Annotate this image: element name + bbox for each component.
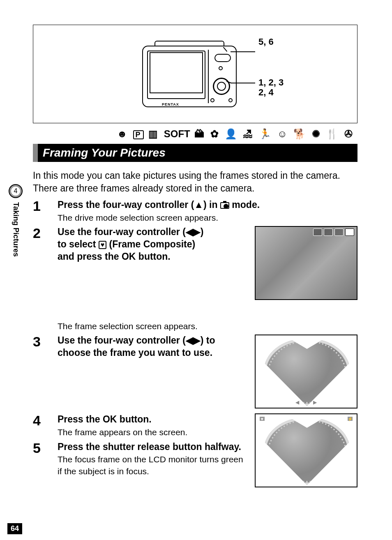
drivemode-timer-icon <box>324 228 333 236</box>
section-title: Framing Your Pictures <box>33 144 357 162</box>
step-3: 3 Use the four-way controller (◀▶) to ch… <box>33 335 357 411</box>
step-1-sub: The drive mode selection screen appears. <box>58 212 357 224</box>
callout-5-6: 5, 6 <box>258 37 274 47</box>
frame-select-screenshot <box>255 335 357 408</box>
step-2-number: 2 <box>33 226 58 332</box>
ok-label: OK <box>122 251 136 262</box>
nav-left-indicator-icon <box>260 398 266 404</box>
mode-record-icon: ✇ <box>344 128 354 139</box>
camera-illustration: PENTAX <box>142 37 237 107</box>
status-frame-icon: ♥ <box>259 416 265 422</box>
chapter-label: Taking Pictures <box>12 201 20 257</box>
step-3-number: 3 <box>33 335 58 411</box>
step-1: 1 Press the four-way controller (▲) in m… <box>33 199 357 224</box>
step-3-head: Use the four-way controller (◀▶) to choo… <box>58 335 250 359</box>
mode-green-icon: ☻ <box>117 128 129 139</box>
mode-flower-icon: ✿ <box>210 128 220 139</box>
nav-center-indicator-icon <box>300 399 312 407</box>
step-2-sub: The frame selection screen appears. <box>58 321 250 332</box>
step-1-number: 1 <box>33 199 58 224</box>
intro-text: In this mode you can take pictures using… <box>33 169 357 195</box>
camera-brand-label: PENTAX <box>162 102 179 106</box>
mode-icon-row: ☻ P ▥ SOFT 🏔 ✿ 👤 🏖 🏃 ☺ 🐕 ✺ 🍴 ✇ <box>33 127 357 141</box>
camera-mode-icon <box>220 202 229 209</box>
camera-diagram: PENTAX 5, 6 1, 2, 3 2, 4 <box>33 25 357 123</box>
status-flash-icon: ⚡ <box>347 416 353 422</box>
callout-1-2-3-4: 1, 2, 3 2, 4 <box>258 78 284 97</box>
page-number: 64 <box>7 523 22 534</box>
mode-night-icon: ▥ <box>148 128 159 139</box>
step-2: 2 Use the four-way controller (◀▶) to se… <box>33 226 357 332</box>
drivemode-frame-icon <box>345 228 354 236</box>
step-5-number: 5 <box>33 441 58 478</box>
drivemode-continuous-icon <box>334 228 344 236</box>
frame-applied-screenshot: ♥ ⚡ <box>255 413 357 487</box>
chapter-number: 4 <box>11 187 20 196</box>
chapter-number-badge: 4 <box>9 184 23 198</box>
mode-mountain-icon: 🏔 <box>194 128 206 139</box>
mode-soft-label: SOFT <box>164 128 190 139</box>
status-card-icon <box>347 423 354 429</box>
ok-label-2: OK <box>103 414 117 425</box>
mode-kids-icon: ☺ <box>277 128 289 139</box>
mode-food-icon: 🍴 <box>326 128 340 139</box>
step-4: 4 Press the OK button. The frame appears… <box>33 413 357 490</box>
step-5-head: Press the shutter release button halfway… <box>58 441 250 453</box>
step-2-head: Use the four-way controller (◀▶) to sele… <box>58 226 250 263</box>
mode-fireworks-icon: ✺ <box>312 128 322 139</box>
drivemode-standard-icon <box>313 228 322 236</box>
step-4-head: Press the OK button. <box>58 413 250 426</box>
page-content: PENTAX 5, 6 1, 2, 3 2, 4 ☻ P ▥ SOFT 🏔 ✿ … <box>33 25 357 490</box>
mode-p-icon: P <box>133 130 144 139</box>
nav-right-indicator-icon <box>344 399 352 404</box>
step-1-head: Press the four-way controller (▲) in mod… <box>58 199 357 211</box>
steps-list: 1 Press the four-way controller (▲) in m… <box>33 199 357 490</box>
drive-mode-screenshot <box>255 226 357 300</box>
mode-sport-icon: 🏃 <box>259 128 273 139</box>
frame-composite-icon: ♥ <box>99 241 107 249</box>
mode-pet-icon: 🐕 <box>293 128 307 139</box>
callout-line2: 2, 4 <box>258 87 274 97</box>
step-4-sub: The frame appears on the screen. <box>58 427 250 438</box>
callout-line1: 1, 2, 3 <box>258 77 284 88</box>
mode-beach-icon: 🏖 <box>243 128 254 139</box>
step-5: 5 Press the shutter release button halfw… <box>33 441 250 478</box>
step-5-sub: The focus frame on the LCD monitor turns… <box>58 454 250 477</box>
chapter-tab: 4 Taking Pictures <box>7 184 24 257</box>
mode-portrait-icon: 👤 <box>225 128 239 139</box>
